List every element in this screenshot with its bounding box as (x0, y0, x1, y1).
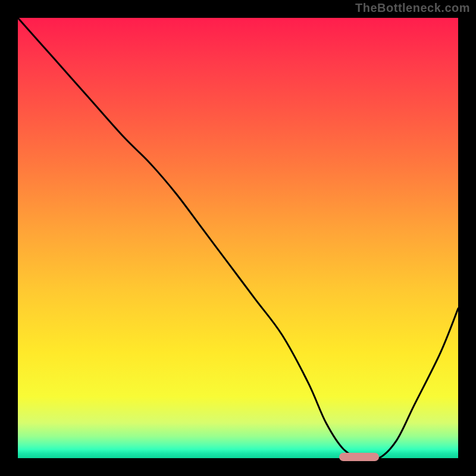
chart-stage: TheBottleneck.com (0, 0, 476, 476)
watermark-text: TheBottleneck.com (355, 1, 470, 15)
optimal-range-marker (339, 453, 379, 461)
plot-area (18, 18, 458, 458)
bottleneck-curve (18, 18, 458, 458)
curve-layer (18, 18, 458, 458)
